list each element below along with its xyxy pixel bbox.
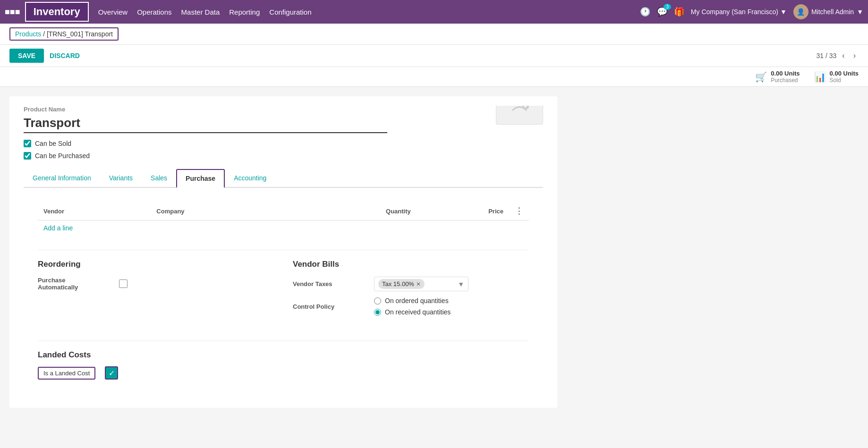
chat-icon[interactable]: 💬 3: [657, 7, 667, 17]
pagination-prev[interactable]: ‹: [839, 51, 847, 61]
can-be-sold-label: Can be Sold: [35, 140, 71, 147]
user-avatar: 👤: [793, 4, 808, 19]
top-nav: ■■■ Inventory Overview Operations Master…: [0, 0, 868, 24]
can-be-purchased-label: Can be Purchased: [35, 152, 90, 160]
quantity-col-header: Quantity: [289, 202, 417, 220]
product-header: + Product Name Can be Sold Can be Purcha…: [9, 96, 557, 408]
gift-icon[interactable]: 🎁: [674, 7, 684, 17]
vendor-table-body: Add a line: [38, 220, 529, 236]
discard-button[interactable]: DISCARD: [50, 52, 80, 59]
landed-cost-row: Is a Landed Cost ✓: [38, 366, 529, 380]
purchase-automatically-label: PurchaseAutomatically: [38, 277, 113, 291]
right-section: 🕐 💬 3 🎁 My Company (San Francisco) ▼ 👤 M…: [640, 4, 863, 19]
product-name-input[interactable]: [24, 116, 387, 133]
price-col-header: Price: [417, 202, 509, 220]
reordering-section: Reordering PurchaseAutomatically: [38, 260, 274, 321]
control-policy-options: On ordered quantities On received quanti…: [374, 297, 451, 316]
tabs: General Information Variants Sales Purch…: [24, 169, 543, 188]
vendor-taxes-row: Vendor Taxes Tax 15.00% ✕ ▼: [293, 277, 529, 291]
tab-variants[interactable]: Variants: [100, 169, 142, 187]
landed-costs-title: Landed Costs: [38, 350, 529, 360]
user-dropdown-icon: ▼: [857, 8, 863, 16]
taxes-dropdown-icon[interactable]: ▼: [458, 280, 464, 288]
tax-tag: Tax 15.00% ✕: [378, 279, 425, 289]
nav-operations[interactable]: Operations: [137, 6, 171, 18]
tab-sales[interactable]: Sales: [142, 169, 176, 187]
purchase-automatically-checkbox[interactable]: [119, 279, 128, 288]
tax-tag-remove[interactable]: ✕: [416, 281, 421, 287]
purchase-tab-panel: Vendor Company Quantity Price ⋮ Add a li…: [24, 188, 543, 398]
purchase-automatically-row: PurchaseAutomatically: [38, 277, 274, 291]
pagination-next[interactable]: ›: [851, 51, 859, 61]
nav-reporting[interactable]: Reporting: [229, 6, 260, 18]
clock-icon[interactable]: 🕐: [640, 7, 650, 17]
action-bar: SAVE DISCARD 31 / 33 ‹ ›: [0, 45, 868, 67]
company-selector[interactable]: My Company (San Francisco) ▼: [691, 8, 787, 16]
landed-costs-section: Landed Costs Is a Landed Cost ✓: [38, 340, 529, 389]
svg-text:+: +: [524, 106, 527, 110]
sold-icon: 📊: [814, 71, 826, 83]
nav-overview[interactable]: Overview: [98, 6, 128, 18]
control-policy-received-radio[interactable]: [374, 309, 381, 316]
user-name: Mitchell Admin: [811, 8, 854, 16]
breadcrumb-bar: Products / [TRNS_001] Transport: [0, 24, 868, 45]
control-policy-ordered-radio[interactable]: [374, 297, 381, 304]
stat-sold[interactable]: 📊 0.00 Units Sold: [814, 70, 859, 84]
vendor-bills-section: Vendor Bills Vendor Taxes Tax 15.00% ✕ ▼: [293, 260, 529, 321]
grid-icon[interactable]: ■■■: [5, 7, 20, 17]
tab-accounting[interactable]: Accounting: [225, 169, 275, 187]
is-landed-cost-label: Is a Landed Cost: [38, 367, 95, 380]
add-line-button[interactable]: Add a line: [38, 220, 78, 236]
control-policy-ordered-row: On ordered quantities: [374, 297, 451, 304]
table-options-icon[interactable]: ⋮: [515, 206, 523, 216]
tab-purchase[interactable]: Purchase: [176, 169, 225, 188]
control-policy-received-label: On received quantities: [385, 308, 451, 316]
breadcrumb-current: [TRNS_001] Transport: [47, 30, 113, 38]
control-policy-label: Control Policy: [293, 303, 368, 310]
chat-badge: 3: [664, 4, 671, 10]
product-image[interactable]: +: [496, 106, 543, 125]
sold-value: 0.00 Units: [830, 70, 859, 77]
save-button[interactable]: SAVE: [9, 49, 44, 63]
breadcrumb: Products / [TRNS_001] Transport: [9, 27, 119, 41]
sold-label: Sold: [830, 77, 859, 84]
add-line-row: Add a line: [38, 220, 529, 236]
is-landed-cost-checkbox[interactable]: ✓: [105, 366, 118, 380]
vendor-bills-title: Vendor Bills: [293, 260, 529, 269]
stat-purchased[interactable]: 🛒 0.00 Units Purchased: [755, 70, 800, 84]
control-policy-ordered-label: On ordered quantities: [385, 297, 449, 304]
app-title[interactable]: Inventory: [25, 2, 89, 22]
breadcrumb-parent[interactable]: Products: [15, 30, 41, 38]
company-dropdown-icon: ▼: [780, 8, 787, 16]
main-content: + Product Name Can be Sold Can be Purcha…: [0, 87, 567, 419]
user-section[interactable]: 👤 Mitchell Admin ▼: [793, 4, 863, 19]
can-be-sold-row: Can be Sold: [24, 140, 543, 147]
can-be-sold-checkbox[interactable]: [24, 140, 31, 147]
reordering-title: Reordering: [38, 260, 274, 269]
product-name-label: Product Name: [24, 106, 543, 113]
company-name: My Company (San Francisco): [691, 8, 778, 16]
purchased-label: Purchased: [771, 77, 800, 84]
nav-links: Overview Operations Master Data Reportin…: [98, 6, 640, 18]
breadcrumb-separator: /: [43, 30, 45, 38]
purchased-icon: 🛒: [755, 71, 767, 83]
stat-bar: 🛒 0.00 Units Purchased 📊 0.00 Units Sold: [0, 67, 868, 87]
nav-master-data[interactable]: Master Data: [181, 6, 220, 18]
vendor-taxes-label: Vendor Taxes: [293, 280, 368, 287]
vendor-taxes-field[interactable]: Tax 15.00% ✕ ▼: [374, 277, 468, 291]
nav-configuration[interactable]: Configuration: [269, 6, 311, 18]
company-col-header: Company: [151, 202, 289, 220]
tab-general-information[interactable]: General Information: [24, 169, 100, 187]
tax-tag-label: Tax 15.00%: [382, 280, 414, 287]
control-policy-received-row: On received quantities: [374, 308, 451, 316]
sections-row: Reordering PurchaseAutomatically Vendor …: [38, 250, 529, 331]
vendor-table: Vendor Company Quantity Price ⋮ Add a li…: [38, 202, 529, 236]
pagination-text: 31 / 33: [817, 52, 837, 59]
control-policy-row: Control Policy On ordered quantities On …: [293, 297, 529, 316]
can-be-purchased-checkbox[interactable]: [24, 152, 31, 160]
pagination: 31 / 33 ‹ ›: [817, 51, 859, 61]
can-be-purchased-row: Can be Purchased: [24, 152, 543, 160]
vendor-col-header: Vendor: [38, 202, 151, 220]
purchased-value: 0.00 Units: [771, 70, 800, 77]
